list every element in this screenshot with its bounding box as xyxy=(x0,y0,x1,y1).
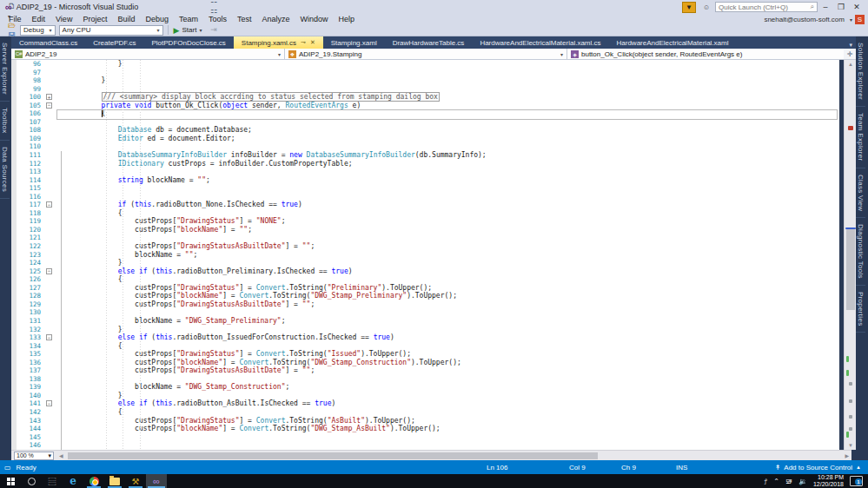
horizontal-scrollbar[interactable]: 100 % ▾ ◀ ▶ xyxy=(11,450,851,460)
pin-tab-icon[interactable]: ⊸ xyxy=(301,39,306,46)
menu-build[interactable]: Build xyxy=(112,15,140,23)
outlining-margin[interactable] xyxy=(44,193,56,201)
editor-splitter-handle[interactable]: ✛ xyxy=(844,49,856,60)
vertical-scrollbar-thumb[interactable] xyxy=(846,228,855,310)
collapse-region-icon[interactable]: − xyxy=(46,268,52,274)
menu-view[interactable]: View xyxy=(50,15,77,23)
outlining-margin[interactable] xyxy=(44,417,56,425)
close-tab-icon[interactable]: ✕ xyxy=(310,39,315,46)
edge-taskbar-icon[interactable]: e xyxy=(63,474,83,488)
outlining-margin[interactable] xyxy=(44,326,56,334)
outlining-margin[interactable] xyxy=(44,160,56,168)
outlining-margin[interactable] xyxy=(44,275,56,284)
outlining-margin[interactable] xyxy=(44,184,56,193)
menu-window[interactable]: Window xyxy=(295,15,334,23)
outlining-margin[interactable] xyxy=(44,242,56,251)
outlining-margin[interactable]: + xyxy=(44,93,56,102)
outlining-margin[interactable] xyxy=(44,168,56,176)
outlining-margin[interactable] xyxy=(44,118,56,127)
outlining-margin[interactable]: − xyxy=(44,399,56,408)
tools-app-taskbar-icon[interactable]: ⚒ xyxy=(125,474,146,488)
outlining-margin[interactable] xyxy=(44,151,56,160)
menu-help[interactable]: Help xyxy=(334,15,361,23)
right-tool-tab-class-view[interactable]: Class View xyxy=(856,168,865,218)
menu-team[interactable]: Team xyxy=(174,15,203,23)
outlining-margin[interactable] xyxy=(44,359,56,367)
outlining-margin[interactable] xyxy=(44,226,56,234)
solution-platform-dropdown[interactable]: Any CPU ▾ xyxy=(59,25,163,36)
outlining-margin[interactable] xyxy=(44,300,56,309)
people-tray-icon[interactable]: ꝭ xyxy=(764,478,767,485)
feedback-icon[interactable]: ☺ xyxy=(699,2,713,13)
outlining-margin[interactable] xyxy=(44,441,56,450)
outlining-margin[interactable] xyxy=(44,259,56,267)
action-center-icon[interactable]: 1 xyxy=(850,476,863,486)
collapse-region-icon[interactable]: − xyxy=(46,334,52,340)
account-dropdown-icon[interactable]: ▾ xyxy=(850,16,852,23)
outlining-margin[interactable] xyxy=(44,366,56,375)
quick-launch-input[interactable]: Quick Launch (Ctrl+Q) ⌕ xyxy=(715,2,818,12)
outlining-margin[interactable] xyxy=(44,109,56,118)
outlining-margin[interactable] xyxy=(44,234,56,242)
outlining-margin[interactable]: − xyxy=(44,333,56,342)
menu-project[interactable]: Project xyxy=(77,15,112,23)
outlining-margin[interactable] xyxy=(44,85,56,94)
menu-debug[interactable]: Debug xyxy=(140,15,174,23)
build-solution-icon[interactable]: ⚏ xyxy=(208,5,219,16)
close-button[interactable]: ✕ xyxy=(849,1,865,13)
outlining-margin[interactable] xyxy=(44,176,56,185)
cortana-search-button[interactable] xyxy=(21,474,42,488)
right-tool-tab-diagnostic-tools[interactable]: Diagnostic Tools xyxy=(856,218,865,286)
outlining-margin[interactable] xyxy=(44,383,56,392)
project-dropdown[interactable]: C# ADIP2_19 ▾ xyxy=(11,49,285,59)
menu-test[interactable]: Test xyxy=(232,15,257,23)
outlining-margin[interactable] xyxy=(44,425,56,433)
tab-createpdf-cs[interactable]: CreatePDF.cs xyxy=(85,36,143,49)
vertical-scrollbar[interactable]: ▲ ▼ xyxy=(844,60,856,450)
collapse-region-icon[interactable]: − xyxy=(46,201,52,208)
outlining-margin[interactable] xyxy=(44,317,56,326)
file-explorer-taskbar-icon[interactable] xyxy=(104,474,125,488)
taskbar-clock[interactable]: 10:28 PM 12/20/2018 xyxy=(813,474,844,488)
network-tray-icon[interactable]: 🖳 xyxy=(785,478,792,485)
volume-tray-icon[interactable]: 🔉 xyxy=(798,478,807,485)
outlining-margin[interactable] xyxy=(44,251,56,260)
tab-plotpdfondocclose-cs[interactable]: PlotPDFOnDocClose.cs xyxy=(144,36,234,49)
tab-stamping-xaml-cs[interactable]: Stamping.xaml.cs⊸✕ xyxy=(234,36,323,49)
tab-hardwareandelectricalmaterial-xaml[interactable]: HardwareAndElectricalMaterial.xaml xyxy=(609,36,737,49)
left-tool-tab-toolbox[interactable]: Toolbox xyxy=(0,102,10,141)
outlining-margin[interactable] xyxy=(44,284,56,293)
right-tool-tab-solution-explorer[interactable]: Solution Explorer xyxy=(856,36,865,107)
task-view-button[interactable]: ⿳ xyxy=(42,474,63,488)
outlining-margin[interactable] xyxy=(44,135,56,143)
outlining-margin[interactable] xyxy=(44,292,56,300)
outlining-margin[interactable]: − xyxy=(44,267,56,276)
expand-region-icon[interactable]: + xyxy=(46,94,52,100)
scroll-down-icon[interactable]: ▼ xyxy=(845,441,857,450)
editor-zoom-dropdown[interactable]: 100 % ▾ xyxy=(14,452,54,460)
menu-analyze[interactable]: Analyze xyxy=(257,15,295,23)
right-tool-tab-properties[interactable]: Properties xyxy=(856,286,865,333)
tab-hardwareandelectricalmaterial-xaml-cs[interactable]: HardwareAndElectricalMaterial.xaml.cs xyxy=(472,36,608,49)
scroll-left-icon[interactable]: ◀ xyxy=(56,452,66,458)
outlining-margin[interactable] xyxy=(44,217,56,226)
solution-configuration-dropdown[interactable]: Debug ▾ xyxy=(20,25,56,36)
show-hidden-icons-chevron[interactable]: ⌃ xyxy=(773,478,779,485)
scroll-right-icon[interactable]: ▶ xyxy=(842,452,851,458)
collapse-region-icon[interactable]: − xyxy=(46,400,52,406)
outlining-margin[interactable] xyxy=(44,375,56,384)
left-tool-tab-server-explorer[interactable]: Server Explorer xyxy=(0,36,10,102)
restore-button[interactable]: ❐ xyxy=(833,1,849,13)
outlining-margin[interactable] xyxy=(44,308,56,317)
type-dropdown[interactable]: ❖ ADIP2_19.Stamping ▾ xyxy=(285,49,567,59)
minimize-button[interactable]: – xyxy=(818,1,833,13)
outlining-margin[interactable] xyxy=(44,408,56,417)
account-avatar[interactable]: S xyxy=(855,15,865,24)
add-to-source-control-button[interactable]: ↟ Add to Source Control ▲ xyxy=(775,464,861,472)
right-tool-tab-team-explorer[interactable]: Team Explorer xyxy=(856,107,865,168)
outlining-margin[interactable] xyxy=(44,126,56,135)
start-debugging-button[interactable]: ▶ Start ▾ xyxy=(174,26,205,35)
outlining-margin[interactable]: − xyxy=(44,102,56,110)
outlining-margin[interactable]: − xyxy=(44,201,56,209)
outlining-margin[interactable] xyxy=(44,433,56,442)
